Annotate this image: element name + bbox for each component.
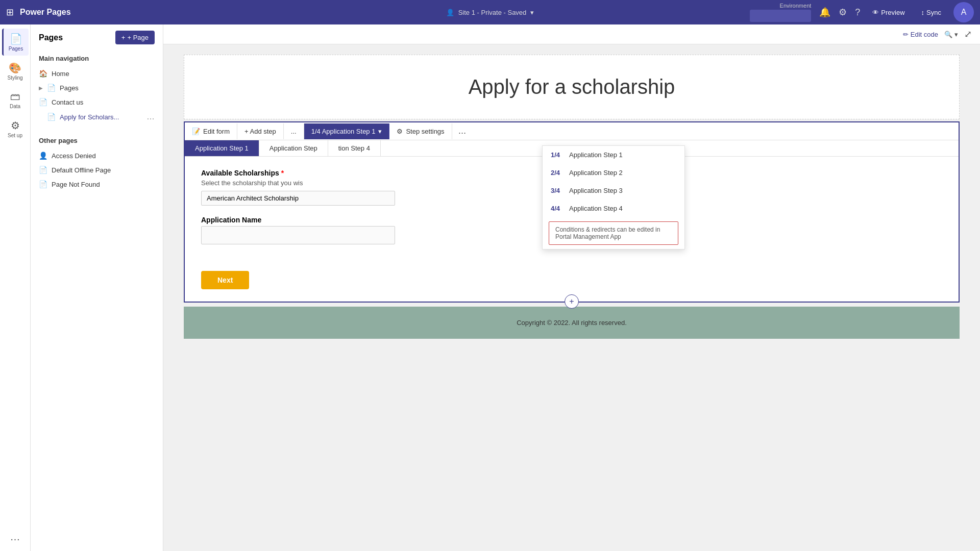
- sidebar-item-pages[interactable]: 📄 Pages: [2, 29, 29, 56]
- chevron-icon: ▶: [39, 85, 43, 91]
- app-title: Power Pages: [20, 8, 71, 17]
- available-scholarships-input[interactable]: [201, 191, 395, 206]
- form-toolbar: 📝 Edit form + Add step ... 1/4 Applicati…: [185, 122, 959, 140]
- nav-item-contact[interactable]: 📄 Contact us: [31, 95, 163, 109]
- add-icon: +: [121, 34, 126, 41]
- preview-icon: 👁: [872, 9, 879, 16]
- help-icon[interactable]: ?: [855, 7, 860, 18]
- form-more-button[interactable]: ...: [284, 123, 304, 139]
- next-button[interactable]: Next: [201, 271, 249, 289]
- content-area: ✏ Edit code 🔍 ▾ ⤢ Apply for a scholarshi…: [163, 24, 980, 551]
- page-title-section: Apply for a scholarship: [184, 55, 960, 119]
- dropdown-chevron-icon: ▾: [378, 128, 382, 135]
- not-found-icon: 📄: [39, 180, 47, 188]
- settings-gear-icon: ⚙: [397, 128, 403, 135]
- dropdown-step-1[interactable]: 1/4 Application Step 1: [543, 146, 684, 164]
- top-navigation: ⊞ Power Pages 👤 Site 1 - Private - Saved…: [0, 0, 980, 24]
- site-info: 👤 Site 1 - Private - Saved ▾: [446, 9, 534, 16]
- pages-panel-header: Pages + + Page: [31, 31, 163, 51]
- edit-form-button[interactable]: 📝 Edit form: [185, 123, 237, 139]
- application-name-input[interactable]: [201, 226, 395, 244]
- step-tab-2[interactable]: Application Step: [259, 140, 328, 156]
- other-pages-header: Other pages: [31, 133, 163, 148]
- nav-item-apply[interactable]: 📄 Apply for Scholars... …: [31, 109, 163, 124]
- main-navigation-header: Main navigation: [31, 51, 163, 66]
- edit-form-icon: 📝: [192, 128, 200, 135]
- page-canvas: Apply for a scholarship 📝 Edit form + Ad…: [163, 44, 980, 349]
- other-pages-section: Other pages 👤 Access Denied 📄 Default Of…: [31, 133, 163, 191]
- zoom-control[interactable]: 🔍 ▾: [944, 31, 958, 38]
- pages-icon: 📄: [10, 33, 22, 45]
- zoom-chevron: ▾: [954, 31, 958, 38]
- sidebar-item-setup[interactable]: ⚙ Set up: [2, 115, 29, 142]
- setup-icon: ⚙: [11, 119, 20, 132]
- offline-icon: 📄: [39, 166, 47, 174]
- home-icon: 🏠: [39, 69, 47, 78]
- sync-icon: ↕: [921, 9, 925, 16]
- nav-item-home[interactable]: 🏠 Home: [31, 66, 163, 81]
- nav-item-not-found[interactable]: 📄 Page Not Found: [31, 177, 163, 191]
- avatar[interactable]: A: [953, 2, 974, 22]
- styling-icon: 🎨: [9, 62, 21, 74]
- pages-panel-title: Pages: [39, 33, 63, 42]
- data-icon: 🗃: [10, 91, 20, 103]
- add-page-button[interactable]: + + Page: [115, 31, 155, 44]
- notifications-icon[interactable]: 🔔: [819, 7, 830, 18]
- access-denied-icon: 👤: [39, 152, 47, 160]
- sidebar-more[interactable]: …: [10, 531, 20, 543]
- required-indicator: *: [281, 169, 284, 177]
- top-nav-right: Environment 🔔 ⚙ ? 👁 Preview ↕ Sync A: [750, 2, 974, 22]
- grid-icon[interactable]: ⊞: [6, 7, 14, 18]
- expand-icon[interactable]: ⤢: [964, 29, 972, 40]
- site-info-label: Site 1 - Private - Saved: [458, 9, 527, 16]
- icon-sidebar: 📄 Pages 🎨 Styling 🗃 Data ⚙ Set up …: [0, 24, 31, 551]
- add-step-button[interactable]: + Add step: [237, 123, 284, 139]
- form-section: 📝 Edit form + Add step ... 1/4 Applicati…: [184, 121, 960, 303]
- apply-more-button[interactable]: …: [146, 112, 155, 121]
- site-icon: 👤: [446, 9, 454, 16]
- nav-item-offline[interactable]: 📄 Default Offline Page: [31, 163, 163, 177]
- page-footer: Copyright © 2022. All rights reserved.: [184, 307, 960, 339]
- dropdown-notice: Conditions & redirects can be edited in …: [549, 221, 678, 245]
- site-chevron[interactable]: ▾: [530, 9, 534, 16]
- environment-section: Environment: [750, 3, 811, 22]
- contact-icon: 📄: [39, 98, 47, 106]
- step-dropdown-panel: 1/4 Application Step 1 2/4 Application S…: [542, 145, 685, 249]
- page-icon: 📄: [47, 84, 56, 92]
- dropdown-step-4[interactable]: 4/4 Application Step 4: [543, 199, 684, 217]
- edit-code-icon: ✏: [903, 31, 909, 38]
- step-settings-button[interactable]: ⚙ Step settings: [389, 123, 452, 139]
- dropdown-step-2[interactable]: 2/4 Application Step 2: [543, 164, 684, 182]
- step-dropdown-button[interactable]: 1/4 Application Step 1 ▾: [304, 123, 390, 139]
- add-section-button[interactable]: +: [565, 294, 579, 309]
- preview-button[interactable]: 👁 Preview: [868, 7, 909, 18]
- zoom-icon: 🔍: [944, 31, 952, 38]
- sidebar-item-data[interactable]: 🗃 Data: [2, 87, 29, 113]
- nav-item-pages[interactable]: ▶ 📄 Pages: [31, 81, 163, 95]
- settings-icon[interactable]: ⚙: [839, 7, 847, 18]
- sync-button[interactable]: ↕ Sync: [917, 7, 945, 18]
- step-tab-1[interactable]: Application Step 1: [185, 140, 259, 156]
- nav-item-access-denied[interactable]: 👤 Access Denied: [31, 148, 163, 163]
- edit-code-button[interactable]: ✏ Edit code: [903, 31, 938, 38]
- sidebar-item-styling[interactable]: 🎨 Styling: [2, 58, 29, 85]
- dropdown-step-3[interactable]: 3/4 Application Step 3: [543, 182, 684, 199]
- step-more-button[interactable]: …: [452, 122, 473, 140]
- content-topbar: ✏ Edit code 🔍 ▾ ⤢: [163, 24, 980, 44]
- environment-selector[interactable]: [750, 10, 811, 22]
- main-layout: 📄 Pages 🎨 Styling 🗃 Data ⚙ Set up … Page…: [0, 24, 980, 551]
- step-tab-4[interactable]: tion Step 4: [328, 140, 381, 156]
- page-title: Apply for a scholarship: [194, 76, 949, 98]
- environment-label: Environment: [780, 3, 812, 9]
- pages-panel: Pages + + Page Main navigation 🏠 Home ▶ …: [31, 24, 163, 551]
- apply-icon: 📄: [47, 113, 56, 121]
